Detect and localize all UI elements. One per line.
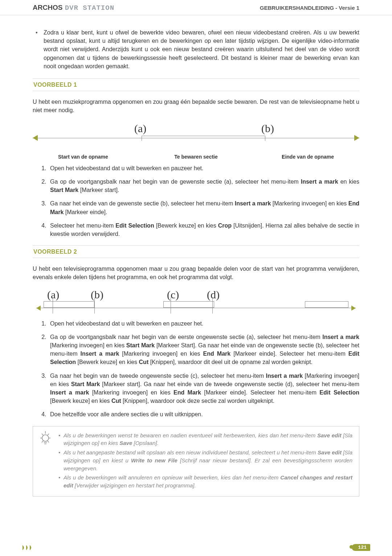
tip2: Als u het aangepaste bestand wilt opslaa…	[64, 449, 352, 472]
ex1-step3: Ga naar het einde van de gewenste sectie…	[48, 199, 359, 216]
diagram-example2: (a) (b) (c) (d)	[36, 287, 356, 316]
page-number: 121	[352, 544, 370, 551]
ex1-step1: Open het videobestand dat u wilt bewerke…	[48, 164, 359, 172]
intro-bullets: Zodra u klaar bent, kunt u ofwel de bewe…	[33, 28, 359, 70]
diagram2-label-c: (c)	[167, 287, 179, 303]
product-name: DVR STATION	[65, 4, 114, 12]
ex2-step2: Ga op de voortgangsbalk naar het begin v…	[48, 333, 359, 367]
diagram-example1: (a) (b)	[33, 120, 359, 151]
diagram1-captions: Start van de opname Te bewaren sectie Ei…	[33, 153, 359, 160]
svg-line-7	[48, 441, 49, 442]
brand-name: ARCHOS	[33, 4, 62, 11]
diagram2-label-b: (b)	[91, 287, 103, 303]
svg-line-6	[42, 441, 43, 442]
diagram1-cap-end: Einde van de opname	[242, 153, 348, 160]
example2-title: VOORBEELD 2	[33, 245, 359, 258]
footer-decoration-icon	[22, 544, 40, 551]
page-footer: 121	[0, 544, 392, 551]
diagram1-cap-start: Start van de opname	[44, 153, 150, 160]
example2-steps: Open het videobestand dat u wilt bewerke…	[33, 319, 359, 419]
example1-steps: Open het videobestand dat u wilt bewerke…	[33, 164, 359, 238]
diagram1-cap-mid: Te bewaren sectie	[150, 153, 242, 160]
arrow-right-icon	[354, 135, 359, 141]
page-header: ARCHOS DVR STATION GEBRUIKERSHANDLEIDING…	[0, 0, 392, 15]
lightbulb-icon	[38, 430, 53, 448]
intro-bullet: Zodra u klaar bent, kunt u ofwel de bewe…	[44, 28, 359, 70]
arrow-left-icon	[33, 135, 38, 141]
header-left: ARCHOS DVR STATION	[33, 4, 114, 12]
ex1-step2: Ga op de voortgangsbalk naar het begin v…	[48, 177, 359, 194]
svg-point-0	[42, 435, 49, 441]
ex2-step3: Ga naar het begin van de tweede ongewens…	[48, 372, 359, 405]
tip1: Als u de bewerkingen wenst te bewaren en…	[64, 432, 352, 447]
tip3: Als u de bewerkingen wilt annuleren en o…	[64, 474, 352, 490]
example1-lead: U hebt een muziekprogramma opgenomen en …	[33, 98, 359, 114]
svg-line-4	[42, 434, 43, 435]
example2-lead: U hebt een televisieprogramma opgenomen …	[33, 265, 359, 281]
diagram2-label-a: (a)	[47, 287, 59, 303]
diagram1-label-a: (a)	[134, 120, 146, 136]
svg-line-5	[48, 434, 49, 435]
ex1-step4: Selecteer het menu-item Edit Selection […	[48, 221, 359, 238]
tip-box: Als u de bewerkingen wenst te bewaren en…	[33, 426, 359, 496]
arrow-right-icon	[351, 306, 356, 311]
ex2-step1: Open het videobestand dat u wilt bewerke…	[48, 319, 359, 328]
ex2-step4: Doe hetzelfde voor alle andere secties d…	[48, 410, 359, 418]
diagram1-label-b: (b)	[261, 120, 274, 136]
diagram2-label-d: (d)	[207, 287, 220, 303]
example1-title: VOORBEELD 1	[33, 78, 359, 91]
doc-title: GEBRUIKERSHANDLEIDING - Versie 1	[260, 5, 359, 11]
arrow-left-icon	[36, 306, 41, 311]
